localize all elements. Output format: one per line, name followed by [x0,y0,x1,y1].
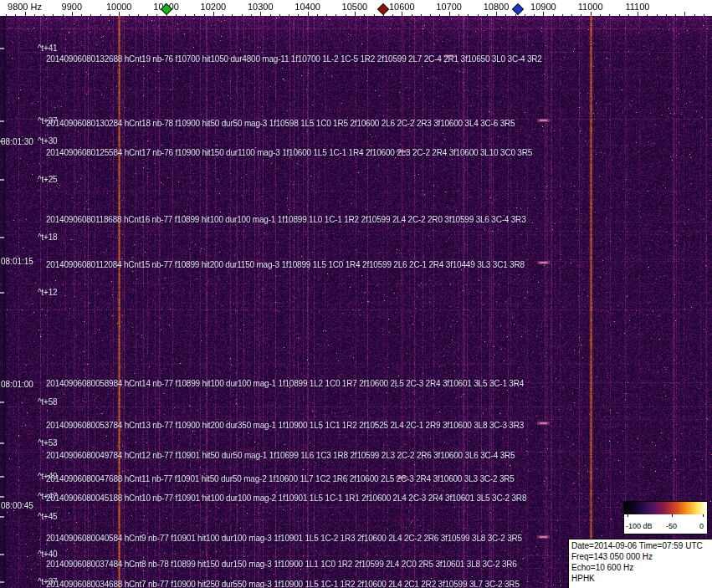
event-data-line: 20140906080047688 hCnt11 nb-77 f10901 hi… [46,474,515,483]
freq-tick [412,14,412,16]
freq-tick [53,14,54,16]
freq-tick [81,14,82,16]
freq-tick [242,14,243,16]
freq-tick [72,12,73,16]
freq-tick [374,14,375,16]
freq-tick [666,14,667,16]
info-echo-line: Echo=10 600 Hz [571,562,712,573]
freq-tick-label: 11100 [626,2,650,12]
freq-tick-label: 10500 [342,2,368,12]
color-gradient-bar [624,502,707,514]
red-diamond-marker[interactable] [377,3,389,15]
event-data-line: 20140906080034688 hCnt7 nb-77 f10900 hit… [46,580,520,588]
freq-tick [34,14,35,16]
freq-tick [289,14,289,16]
freq-tick [223,14,223,16]
event-data-line: 20140906080045188 hCnt10 nb-77 f10901 hi… [46,493,526,503]
event-time-marker: ^t+45 [38,512,57,521]
freq-tick [279,14,280,16]
event-data-line: 20140906080037484 hCnt8 nb-78 f10899 hit… [46,560,517,569]
freq-tick-label: 10800 [484,2,510,12]
info-freq-line: Freq=143 050 000 Hz [571,551,712,562]
event-edge-tick [0,48,4,49]
event-time-marker: ^t+25 [38,175,57,184]
freq-tick [468,14,469,16]
freq-tick [543,12,544,16]
event-time-marker: ^t+58 [38,397,57,406]
event-edge-tick [0,554,4,555]
freq-tick-label: 11000 [578,2,603,12]
spectrogram-window: 9800 Hz990010000101001020010300104001050… [0,0,712,588]
event-data-line: 20140906080118688 hCnt16 nb-77 f10899 hi… [46,215,526,224]
legend-tick [703,514,704,517]
freq-tick [449,12,450,16]
event-edge-tick [0,237,4,238]
freq-tick [213,12,214,16]
info-date-line: Date=2014-09-06 Time=07:59 UTC [571,540,712,551]
freq-tick [478,14,479,16]
freq-tick-label: 9800 Hz [8,2,42,12]
event-edge-tick [0,476,4,478]
event-data-line: 20140906080112084 hCnt15 nb-77 f10899 hi… [46,260,525,269]
freq-tick [194,14,195,16]
event-edge-tick [0,442,4,444]
frequency-ruler: 9800 Hz990010000101001020010300104001050… [0,0,712,16]
freq-tick [204,14,205,16]
freq-tick [638,12,638,16]
event-edge-tick [0,179,4,181]
freq-tick [600,14,601,16]
freq-tick [6,14,7,16]
freq-tick [515,14,516,16]
freq-tick [129,14,130,16]
freq-tick-label: 10000 [106,2,132,12]
freq-tick [647,14,648,16]
legend-max-label: 0 [699,522,704,530]
freq-tick [591,12,592,16]
legend-min-label: -100 dB [626,522,653,530]
event-time-marker: ^t+18 [38,233,57,242]
event-edge-tick [0,496,4,498]
event-edge-tick [0,401,4,403]
freq-tick [619,14,620,16]
freq-tick [90,14,91,16]
time-axis-label: 08:01:30 [1,137,33,146]
freq-tick [260,12,261,16]
freq-tick [534,14,535,16]
freq-tick [119,12,120,16]
freq-tick [684,12,685,16]
freq-tick [156,14,157,16]
freq-tick [430,14,431,16]
event-data-line: 20140906080058984 hCnt14 nb-77 f10899 hi… [46,379,524,388]
freq-tick [505,14,506,16]
legend-tick [672,514,673,517]
freq-tick [355,12,356,16]
event-time-marker: ^t+30 [38,136,57,146]
freq-tick [44,14,44,16]
time-axis-label: 08:01:00 [1,380,33,389]
freq-tick [317,14,318,16]
event-time-marker: ^t+40 [38,550,57,559]
event-data-line: 20140906080130284 hCnt18 nb-78 f10900 hi… [46,119,515,128]
freq-tick [562,14,563,16]
event-edge-tick [0,516,4,518]
freq-tick-label: 10300 [248,2,274,12]
event-time-marker: ^t+53 [38,438,57,447]
freq-tick [525,14,525,16]
freq-tick-label: 10200 [201,2,227,12]
freq-tick [421,14,422,16]
freq-tick [251,14,252,16]
freq-tick [704,14,704,16]
freq-tick-label: 10400 [295,2,320,12]
freq-tick [270,14,271,16]
event-edge-tick [0,292,4,294]
event-data-line: 20140906080040584 hCnt9 nb-77 f10901 hit… [46,534,522,543]
legend-tick [627,514,628,517]
freq-tick [298,14,299,16]
time-axis-label: 08:01:15 [1,257,33,266]
freq-tick [326,14,327,16]
blue-diamond-marker[interactable] [512,3,524,15]
status-info-box: Date=2014-09-06 Time=07:59 UTC Freq=143 … [568,539,712,588]
freq-tick [308,12,309,16]
freq-tick [63,14,64,16]
freq-tick [346,14,346,16]
